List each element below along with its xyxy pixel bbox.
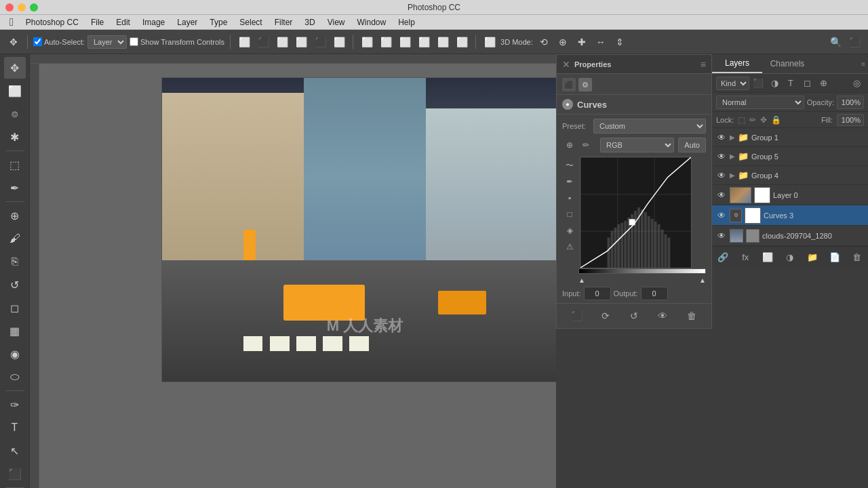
- dodge-tool[interactable]: ⬭: [4, 366, 26, 388]
- align-left-btn[interactable]: ⬜: [236, 34, 252, 50]
- layer-group1[interactable]: 👁 ▶ 📁 Group 1: [712, 128, 868, 147]
- menu-select[interactable]: Select: [234, 16, 267, 28]
- curves-smooth-btn[interactable]: 〜: [562, 158, 577, 173]
- align-center-v-btn[interactable]: ⬛: [312, 34, 328, 50]
- distribute-bottom-btn[interactable]: ⬜: [454, 34, 470, 50]
- filter-shape-btn[interactable]: ◻: [800, 77, 814, 90]
- align-center-h-btn[interactable]: ⬛: [255, 34, 271, 50]
- menu-view[interactable]: View: [322, 16, 351, 28]
- pen-tool[interactable]: ✑: [4, 394, 26, 415]
- maximize-button[interactable]: [30, 3, 38, 12]
- filter-toggle-btn[interactable]: ◎: [849, 77, 864, 90]
- 3d-roll-btn[interactable]: ⊕: [555, 34, 571, 50]
- eyedropper-tool[interactable]: ✒: [4, 177, 26, 199]
- healing-tool[interactable]: ⊕: [4, 205, 26, 226]
- reset-btn[interactable]: ↺: [626, 308, 642, 324]
- layer-curves3[interactable]: 👁 ⚙ Curves 3: [712, 205, 868, 226]
- layer-group4[interactable]: 👁 ▶ 📁 Group 4: [712, 166, 868, 185]
- menu-image[interactable]: Image: [137, 16, 170, 28]
- tab-layers[interactable]: Layers: [712, 54, 762, 73]
- auto-select-input[interactable]: [33, 37, 42, 46]
- distribute-center-h-btn[interactable]: ⬜: [378, 34, 394, 50]
- curves-control-point[interactable]: [629, 220, 635, 225]
- layer-vis-group1[interactable]: 👁: [716, 132, 727, 143]
- blend-mode-select[interactable]: Normal: [716, 96, 804, 109]
- filter-adjustment-btn[interactable]: ◑: [767, 77, 782, 90]
- move-tool-btn[interactable]: ✥: [5, 34, 22, 50]
- magic-wand-tool[interactable]: ✱: [4, 126, 26, 148]
- menu-edit[interactable]: Edit: [111, 16, 136, 28]
- history-brush-tool[interactable]: ↺: [4, 274, 26, 296]
- move-tool[interactable]: ✥: [4, 57, 26, 79]
- lasso-tool[interactable]: ⌾: [4, 103, 26, 125]
- layer-vis-clouds[interactable]: 👁: [716, 230, 727, 241]
- output-value[interactable]: [641, 287, 668, 300]
- arrange-btn[interactable]: ⬜: [481, 34, 498, 50]
- filter-smart-btn[interactable]: ⊕: [816, 77, 831, 90]
- 3d-scale-btn[interactable]: ⇕: [612, 34, 628, 50]
- curves-black-point-btn[interactable]: ▪: [562, 190, 577, 205]
- menu-filter[interactable]: Filter: [269, 16, 298, 28]
- minimize-button[interactable]: [18, 3, 26, 12]
- 3d-slide-btn[interactable]: ↔: [593, 34, 609, 50]
- layer-group5[interactable]: 👁 ▶ 📁 Group 5: [712, 147, 868, 166]
- input-value[interactable]: [584, 287, 611, 300]
- lock-all-btn[interactable]: 🔒: [771, 115, 781, 125]
- panel-menu-btn[interactable]: ≡: [861, 60, 865, 68]
- menu-file[interactable]: File: [85, 16, 109, 28]
- layer-arrow-group5[interactable]: ▶: [730, 152, 735, 160]
- toggle-visibility-btn[interactable]: 👁: [654, 308, 671, 324]
- layer-arrow-group4[interactable]: ▶: [730, 171, 735, 179]
- layer-layer0[interactable]: 👁 Layer 0: [712, 185, 868, 205]
- menu-3d[interactable]: 3D: [299, 16, 320, 28]
- layer-vis-group4[interactable]: 👁: [716, 170, 727, 181]
- text-tool[interactable]: T: [4, 417, 26, 439]
- menu-help[interactable]: Help: [393, 16, 420, 28]
- curves-target-btn[interactable]: ⊕: [562, 138, 577, 152]
- lock-transparent-btn[interactable]: ⬚: [738, 115, 745, 125]
- add-adjustment-btn[interactable]: ◑: [783, 250, 797, 265]
- new-group-btn[interactable]: 📁: [805, 250, 820, 265]
- marquee-tool[interactable]: ⬜: [4, 80, 26, 102]
- shape-tool[interactable]: ⬛: [4, 463, 26, 485]
- distribute-left-btn[interactable]: ⬜: [359, 34, 375, 50]
- properties-menu-btn[interactable]: ≡: [701, 59, 706, 70]
- layer-arrow-group1[interactable]: ▶: [730, 134, 735, 141]
- channel-select[interactable]: RGB: [600, 138, 674, 152]
- distribute-top-btn[interactable]: ⬜: [416, 34, 432, 50]
- blur-tool[interactable]: ◉: [4, 343, 26, 365]
- lock-position-btn[interactable]: ✥: [760, 115, 767, 125]
- curves-white-point-btn[interactable]: □: [562, 207, 577, 222]
- layer-clouds[interactable]: 👁 clouds-209704_1280: [712, 226, 868, 246]
- eraser-tool[interactable]: ◻: [4, 297, 26, 319]
- preset-select[interactable]: Custom: [593, 119, 706, 134]
- filter-kind-select[interactable]: Kind: [716, 77, 749, 90]
- path-select-tool[interactable]: ↖: [4, 440, 26, 462]
- tab-channels[interactable]: Channels: [762, 54, 812, 73]
- apple-menu[interactable]: : [4, 15, 19, 30]
- set-previous-btn[interactable]: ⟳: [597, 308, 614, 324]
- layer-select[interactable]: Layer: [87, 35, 127, 49]
- auto-button[interactable]: Auto: [678, 138, 706, 152]
- layer-vis-layer0[interactable]: 👁: [716, 190, 727, 201]
- delete-layer-btn[interactable]: 🗑: [849, 250, 864, 265]
- opacity-input[interactable]: [837, 96, 864, 109]
- add-mask-btn[interactable]: ⬜: [760, 250, 775, 265]
- curves-pencil-btn[interactable]: ✏: [578, 138, 593, 152]
- curves-gray-point-btn[interactable]: ◈: [562, 223, 577, 238]
- properties-close-btn[interactable]: ✕: [562, 59, 570, 70]
- curves-sliders[interactable]: ▲ ▲: [578, 277, 706, 284]
- filter-pixel-btn[interactable]: ⬛: [751, 77, 766, 90]
- distribute-center-v-btn[interactable]: ⬜: [435, 34, 451, 50]
- new-layer-btn[interactable]: 📄: [827, 250, 842, 265]
- menu-photoshop[interactable]: Photoshop CC: [20, 16, 84, 28]
- curves-pencil2-btn[interactable]: ✒: [562, 174, 577, 189]
- auto-select-checkbox[interactable]: Auto-Select:: [33, 37, 85, 46]
- layer-vis-curves3[interactable]: 👁: [716, 210, 727, 221]
- crop-tool[interactable]: ⬚: [4, 154, 26, 176]
- distribute-right-btn[interactable]: ⬜: [397, 34, 413, 50]
- show-transform-checkbox[interactable]: Show Transform Controls: [130, 37, 224, 46]
- brush-tool[interactable]: 🖌: [4, 228, 26, 249]
- menu-type[interactable]: Type: [204, 16, 233, 28]
- menu-window[interactable]: Window: [352, 16, 392, 28]
